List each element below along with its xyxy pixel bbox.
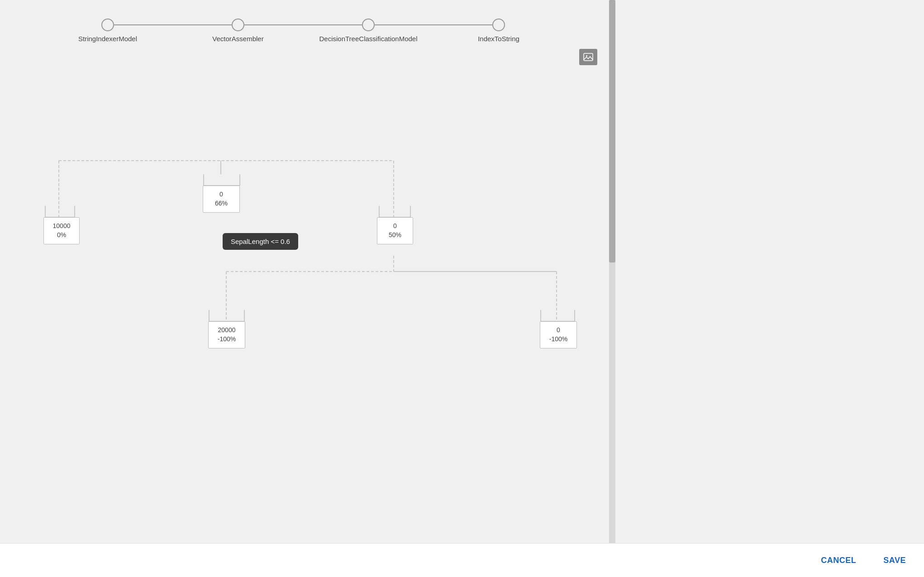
tree-node-bl-value: 20000 (218, 326, 236, 335)
stepper-label-2: VectorAssembler (212, 35, 263, 43)
action-bar: CANCEL SAVE (0, 543, 924, 577)
stepper-label-4: IndexToString (478, 35, 519, 43)
save-button[interactable]: SAVE (883, 556, 906, 565)
tree-node-root[interactable]: 0 66% (203, 186, 240, 213)
stepper-circle-2 (232, 19, 244, 31)
tooltip-text: SepalLength <= 0.6 (231, 238, 290, 245)
tree-svg-lines (0, 45, 606, 541)
tree-node-bottom-right[interactable]: 0 -100% (540, 321, 577, 348)
stepper-track: StringIndexerModel VectorAssembler Decis… (101, 19, 505, 31)
pipeline-stepper: StringIndexerModel VectorAssembler Decis… (0, 0, 606, 41)
stepper-node-vector-assembler[interactable]: VectorAssembler (232, 19, 244, 31)
scrollbar-track[interactable]: ▼ (609, 0, 615, 577)
tree-visualization: 0 66% SepalLength <= 0.6 10000 0% 0 50% … (0, 45, 606, 541)
tree-node-left-value: 10000 (53, 222, 71, 231)
stepper-node-string-indexer[interactable]: StringIndexerModel (101, 19, 114, 31)
tree-node-right[interactable]: 0 50% (377, 217, 413, 244)
stepper-line-3 (375, 24, 492, 25)
scrollbar-thumb[interactable] (609, 0, 615, 262)
tree-node-right-value: 0 (393, 222, 397, 231)
main-canvas: StringIndexerModel VectorAssembler Decis… (0, 0, 615, 577)
tooltip-condition: SepalLength <= 0.6 (223, 233, 298, 250)
stepper-line-2 (244, 24, 362, 25)
tree-node-root-value: 0 (219, 190, 223, 199)
stepper-line-1 (114, 24, 232, 25)
cancel-button[interactable]: CANCEL (821, 556, 856, 565)
stepper-label-1: StringIndexerModel (78, 35, 137, 43)
stepper-node-decision-tree[interactable]: DecisionTreeClassificationModel (362, 19, 375, 31)
tree-node-root-percent: 66% (215, 199, 228, 208)
tree-node-right-percent: 50% (389, 231, 401, 240)
stepper-circle-3 (362, 19, 375, 31)
tree-node-bottom-left[interactable]: 20000 -100% (208, 321, 245, 348)
tree-node-left[interactable]: 10000 0% (43, 217, 80, 244)
tree-node-br-value: 0 (557, 326, 560, 335)
stepper-node-index-to-string[interactable]: IndexToString (492, 19, 505, 31)
tree-node-bl-percent: -100% (218, 335, 236, 344)
stepper-label-3: DecisionTreeClassificationModel (319, 35, 417, 43)
stepper-circle-4 (492, 19, 505, 31)
stepper-circle-1 (101, 19, 114, 31)
tree-node-br-percent: -100% (549, 335, 567, 344)
tree-node-left-percent: 0% (57, 231, 66, 240)
